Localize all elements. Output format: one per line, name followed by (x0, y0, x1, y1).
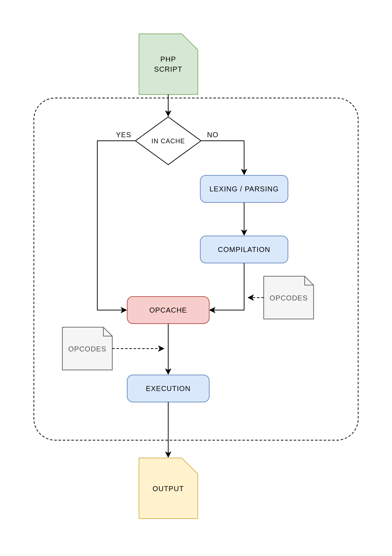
compilation-label: COMPILATION (218, 246, 270, 253)
php-script-label-2: SCRIPT (154, 65, 182, 73)
note-opcodes-left: OPCODES (62, 327, 112, 370)
output-label: OUTPUT (153, 485, 184, 493)
node-lexing-parsing: LEXING / PARSING (200, 175, 288, 202)
node-opcache: OPCACHE (127, 297, 209, 324)
in-cache-label: IN CACHE (151, 138, 185, 145)
lexing-label: LEXING / PARSING (210, 185, 279, 193)
edge-label-yes: YES (116, 131, 131, 139)
note-opcodes-right: OPCODES (264, 276, 314, 319)
edge-label-no: NO (207, 131, 218, 139)
node-output: OUTPUT (139, 458, 198, 519)
edge-compilation-to-opcache (210, 263, 244, 310)
node-execution: EXECUTION (127, 375, 209, 402)
php-script-label-1: PHP (160, 55, 176, 63)
opcodes-right-label: OPCODES (269, 294, 308, 302)
opcache-label: OPCACHE (149, 306, 187, 314)
node-in-cache: IN CACHE (135, 117, 201, 165)
edge-no-to-lexing (201, 141, 244, 175)
node-php-script: PHP SCRIPT (139, 34, 198, 94)
opcodes-left-label: OPCODES (68, 345, 106, 353)
execution-label: EXECUTION (146, 385, 191, 392)
flowchart-canvas: PHP SCRIPT IN CACHE YES NO LEXING / PARS… (0, 0, 392, 556)
edge-yes-to-opcache (97, 141, 135, 310)
node-compilation: COMPILATION (200, 236, 288, 263)
